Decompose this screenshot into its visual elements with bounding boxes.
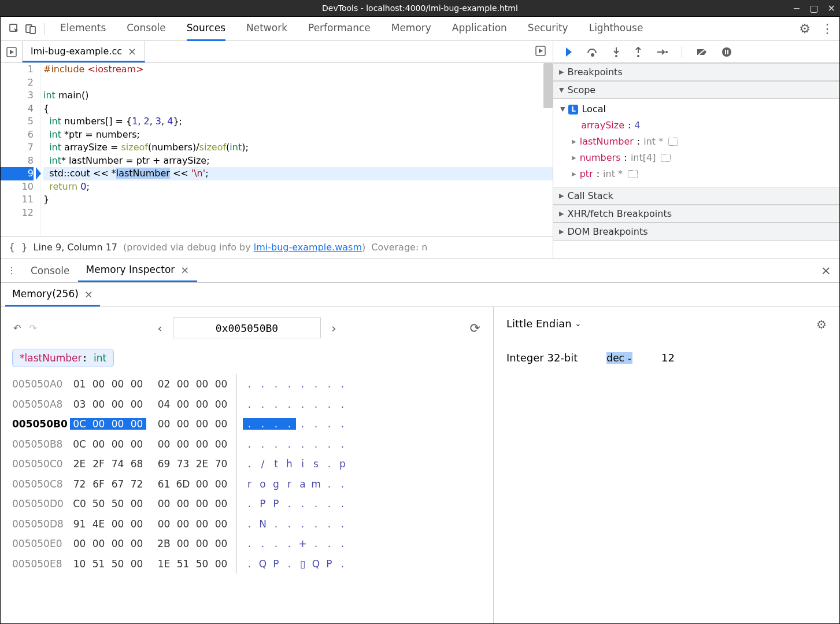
value-display: 12 [661,352,675,364]
status-bar: { } Line 9, Column 17 (provided via debu… [1,236,553,258]
highlight-badge[interactable]: *lastNumber: int [12,349,114,367]
svg-rect-2 [30,27,35,34]
tab-application[interactable]: Application [452,16,507,41]
scope-var-arraySize[interactable]: arraySize: 4 [572,117,832,134]
drawer-close-icon[interactable]: × [813,263,839,278]
reveal-memory-icon [661,154,671,162]
step-icon[interactable] [656,48,668,56]
tab-security[interactable]: Security [528,16,568,41]
maximize-icon[interactable]: ▢ [809,3,818,14]
file-tab[interactable]: lmi-bug-example.cc × [23,41,145,62]
window-titlebar: DevTools - localhost:4000/lmi-bug-exampl… [0,0,840,16]
chevron-down-icon: ⌄ [575,319,582,328]
tab-elements[interactable]: Elements [60,16,106,41]
scope-var-numbers[interactable]: ▶numbers: int[4] [572,150,832,166]
drawer-tab-console[interactable]: Console [23,259,78,282]
tab-performance[interactable]: Performance [308,16,371,41]
pause-on-exceptions-icon[interactable] [721,47,732,57]
device-toggle-icon[interactable] [23,21,39,37]
svg-point-10 [722,47,731,57]
svg-point-7 [637,55,639,57]
debug-toolbar [553,41,839,63]
coverage-text: Coverage: n [371,242,427,253]
reveal-memory-icon [668,138,678,146]
wasm-link[interactable]: lmi-bug-example.wasm [254,242,362,253]
close-tab-icon[interactable]: × [128,45,136,57]
svg-point-8 [665,51,668,53]
chevron-down-icon: ⌄ [627,354,632,362]
reveal-memory-icon [628,170,638,178]
representation-select[interactable]: dec ⌄ [606,352,632,364]
close-tab-icon[interactable]: × [180,264,189,276]
cursor-position: Line 9, Column 17 [34,242,118,253]
value-settings-icon[interactable]: ⚙ [816,317,827,331]
value-type-label: Integer 32-bit [506,352,578,364]
svg-rect-12 [727,50,728,54]
hex-table[interactable]: 005050A00100000002000000........005050A8… [1,374,493,574]
svg-point-6 [615,55,617,57]
deactivate-breakpoints-icon[interactable] [696,47,708,57]
refresh-icon[interactable]: ⟳ [470,321,480,335]
step-into-icon[interactable] [612,47,620,57]
svg-rect-11 [725,50,726,54]
tab-network[interactable]: Network [246,16,287,41]
settings-gear-icon[interactable]: ⚙ [799,21,811,36]
dom-pane[interactable]: ▶DOM Breakpoints [553,223,839,241]
code-editor[interactable]: #include <iostream> int main() { int num… [41,63,553,236]
file-tab-label: lmi-bug-example.cc [31,46,122,57]
tab-sources[interactable]: Sources [187,16,225,41]
xhr-pane[interactable]: ▶XHR/fetch Breakpoints [553,205,839,223]
step-out-icon[interactable] [634,47,642,57]
drawer-menu-icon[interactable]: ⋮ [1,265,23,276]
minimize-icon[interactable]: − [793,3,800,14]
callstack-pane[interactable]: ▶Call Stack [553,187,839,205]
tab-lighthouse[interactable]: Lighthouse [589,16,643,41]
resume-icon[interactable] [561,46,573,58]
scope-var-lastNumber[interactable]: ▶lastNumber: int * [572,134,832,150]
main-toolbar: Elements Console Sources Network Perform… [1,17,839,41]
undo-icon[interactable]: ↶ [13,323,21,334]
endianness-select[interactable]: Little Endian ⌄ [506,317,582,330]
next-page-icon[interactable]: › [331,321,336,335]
tab-memory[interactable]: Memory [391,16,431,41]
inspect-element-icon[interactable] [6,21,23,37]
run-snippet-right-icon[interactable] [528,46,553,58]
close-tab-icon[interactable]: × [84,288,93,300]
more-menu-icon[interactable]: ⋮ [821,21,834,36]
breakpoints-pane[interactable]: ▶Breakpoints [553,63,839,81]
pretty-print-icon[interactable]: { } [9,241,28,253]
scope-pane[interactable]: ▼Scope [553,81,839,99]
line-gutter[interactable]: 123456789101112 [1,63,41,236]
execution-pointer-icon [36,167,41,180]
scope-content: ▼LLocal arraySize: 4 ▶lastNumber: int * … [553,99,839,187]
scope-var-ptr[interactable]: ▶ptr: int * [572,166,832,182]
close-icon[interactable]: ✕ [828,3,835,14]
prev-page-icon[interactable]: ‹ [157,321,162,335]
memory-instance-tab[interactable]: Memory(256)× [5,283,100,307]
scrollbar-thumb[interactable] [543,63,553,108]
window-title: DevTools - localhost:4000/lmi-bug-exampl… [322,3,518,13]
run-snippet-icon[interactable] [1,41,23,62]
svg-point-5 [591,54,594,56]
redo-icon[interactable]: ↷ [29,323,36,334]
address-input[interactable] [173,317,321,338]
scope-local[interactable]: ▼LLocal [560,101,832,117]
step-over-icon[interactable] [587,47,598,57]
tab-console[interactable]: Console [127,16,166,41]
drawer-tab-memory-inspector[interactable]: Memory Inspector× [78,259,198,282]
